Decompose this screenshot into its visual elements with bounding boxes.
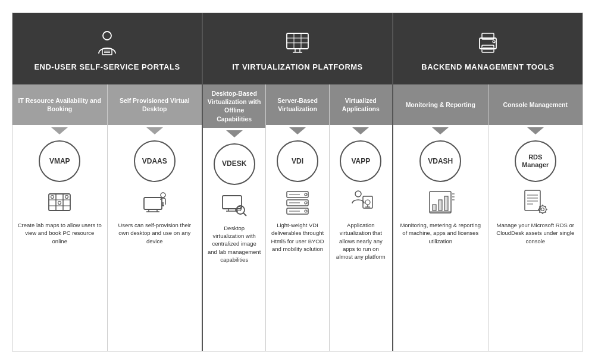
sub-header-vdaas: Self Provisioned Virtual Desktop (108, 84, 202, 125)
svg-point-43 (355, 191, 361, 197)
icon-book (12, 186, 107, 219)
svg-line-74 (545, 212, 546, 213)
icon-desktop-person (108, 186, 202, 219)
svg-rect-62 (525, 190, 540, 211)
diagram-container: END-USER SELF-SERVICE PORTALS IT Resourc… (12, 12, 583, 352)
svg-point-45 (365, 200, 370, 205)
sub-columns-it-virt: Desktop-Based Virtualization with Offlin… (203, 84, 392, 351)
sub-header-vmap: IT Resource Availability and Booking (12, 84, 107, 125)
desc-vdesk: Desktop virtualization with centralized … (203, 222, 265, 351)
icon-desktop-search (203, 189, 265, 222)
svg-line-73 (539, 206, 540, 207)
section-it-virt: IT VIRTUALIZATION PLATFORMS Desktop-Base… (203, 13, 393, 351)
desc-rds: Manage your Microsoft RDS or CloudDesk a… (488, 219, 583, 351)
svg-rect-12 (144, 197, 162, 209)
icon-person-app (330, 186, 392, 219)
person-icon (92, 28, 122, 58)
svg-point-9 (51, 196, 54, 199)
section-end-user: END-USER SELF-SERVICE PORTALS IT Resourc… (12, 13, 203, 351)
icon-server-layers (266, 186, 328, 219)
svg-point-38 (305, 202, 307, 204)
badge-vdash: VDASH (419, 140, 461, 182)
sub-header-vapp: Virtualized Applications (330, 84, 392, 125)
sub-columns-backend: Monitoring & Reporting VDASH (393, 84, 583, 351)
badge-rds: RDS Manager (515, 140, 556, 182)
svg-point-68 (541, 208, 544, 211)
svg-line-75 (545, 206, 546, 207)
svg-line-32 (243, 213, 246, 216)
subcol-vdesk: Desktop-Based Virtualization with Offlin… (203, 84, 266, 351)
sub-header-vdi: Server-Based Virtualization (266, 84, 328, 125)
subcol-vmap: IT Resource Availability and Booking VMA… (12, 84, 108, 351)
svg-rect-55 (433, 205, 436, 211)
svg-rect-56 (439, 200, 442, 211)
chevron-vdash (432, 127, 449, 134)
chevron-vdi (289, 127, 306, 134)
desc-vdi: Light-weight VDI deliverables throught H… (266, 219, 328, 351)
subcol-vdash: Monitoring & Reporting VDASH (393, 84, 488, 351)
section-header-end-user: END-USER SELF-SERVICE PORTALS (12, 13, 202, 84)
subcol-vdaas: Self Provisioned Virtual Desktop VDAAS (108, 84, 202, 351)
svg-point-53 (493, 40, 495, 43)
badge-vdaas: VDAAS (134, 140, 176, 182)
sub-header-vdash: Monitoring & Reporting (393, 84, 488, 125)
badge-vdesk: VDESK (214, 143, 255, 185)
icon-chart (393, 186, 488, 219)
svg-rect-57 (444, 196, 448, 211)
desc-vmap: Create lab maps to allow users to view a… (12, 219, 107, 351)
svg-line-76 (539, 212, 540, 213)
chevron-rds (527, 127, 544, 134)
svg-point-16 (161, 193, 165, 197)
svg-point-10 (58, 202, 61, 205)
desc-vdash: Monitoring, metering & reporting of mach… (393, 219, 488, 351)
section-header-backend: BACKEND MANAGEMENT TOOLS (393, 13, 583, 84)
svg-rect-19 (287, 33, 308, 49)
chevron-vdaas (146, 127, 163, 134)
chevron-vmap (51, 127, 68, 134)
subcol-rds: Console Management RDS Manager (488, 84, 583, 351)
desc-vapp: Application virtualization that allows n… (330, 219, 392, 351)
section-title-backend: BACKEND MANAGEMENT TOOLS (421, 62, 554, 71)
svg-rect-1 (102, 49, 112, 55)
svg-rect-4 (49, 194, 70, 211)
sub-header-rds: Console Management (488, 84, 583, 125)
svg-point-11 (65, 196, 68, 199)
icon-doc-gear (488, 186, 583, 219)
badge-vapp: VAPP (340, 140, 381, 182)
section-title-end-user: END-USER SELF-SERVICE PORTALS (34, 62, 180, 71)
svg-point-0 (103, 32, 111, 40)
section-backend: BACKEND MANAGEMENT TOOLS Monitoring & Re… (393, 13, 583, 351)
monitor-icon (283, 28, 312, 58)
subcol-vdi: Server-Based Virtualization VDI (266, 84, 329, 351)
svg-point-39 (305, 210, 307, 212)
section-header-it-virt: IT VIRTUALIZATION PLATFORMS (203, 13, 392, 84)
section-title-it-virt: IT VIRTUALIZATION PLATFORMS (232, 62, 363, 71)
desc-vdaas: Users can self-provision their own deskt… (108, 219, 202, 351)
chevron-vdesk (226, 130, 243, 137)
sub-header-vdesk: Desktop-Based Virtualization with Offlin… (203, 84, 265, 128)
badge-vmap: VMAP (39, 140, 80, 182)
sub-columns-end-user: IT Resource Availability and Booking VMA… (12, 84, 202, 351)
printer-icon (473, 28, 503, 58)
chevron-vapp (352, 127, 369, 134)
subcol-vapp: Virtualized Applications VAPP (330, 84, 392, 351)
badge-vdi: VDI (277, 140, 318, 182)
svg-point-37 (305, 193, 307, 196)
